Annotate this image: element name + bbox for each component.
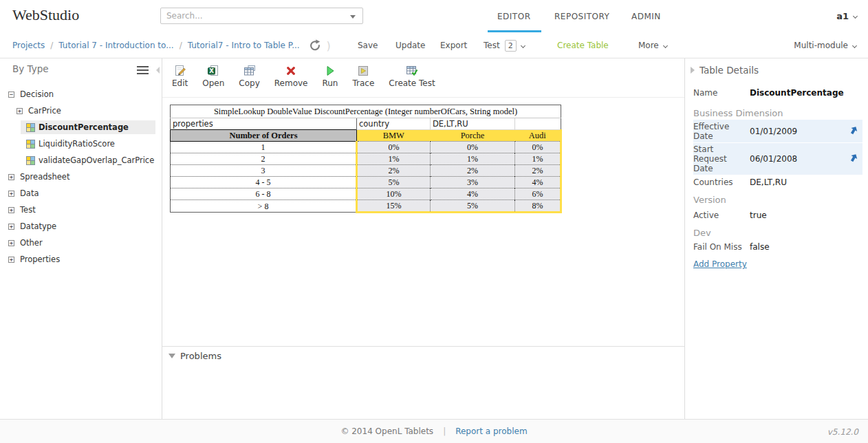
dt-property-value[interactable]: DE,LT,RU [431,118,515,130]
more-label: More [638,41,659,50]
details-property-value: DiscountPercentage [750,88,862,98]
collapse-box-icon[interactable]: − [8,91,14,98]
revert-arrow-icon[interactable] [850,126,859,137]
tree-item-liquidityratioscore[interactable]: LiquidityRatioScore [0,136,161,152]
tree-item-properties[interactable]: +Properties [0,251,161,268]
chevron-down-icon [663,43,668,47]
tree-item-test[interactable]: +Test [0,202,161,218]
copy-icon [243,65,256,77]
details-property-value[interactable]: 06/01/2008 [750,154,862,164]
edit-button[interactable]: Edit [172,65,188,88]
add-property-link[interactable]: Add Property [693,259,747,269]
dt-property-key[interactable]: country [357,118,431,130]
dt-orders-cell[interactable]: > 8 [171,200,357,213]
trace-button[interactable]: Trace [352,65,374,88]
report-problem-link[interactable]: Report a problem [455,426,527,436]
dt-value-cell[interactable]: 0% [357,142,431,153]
tree-item-data[interactable]: +Data [0,185,161,202]
dt-data-row: 6 - 810%4%6% [171,188,561,200]
dt-value-cell[interactable]: 15% [357,200,431,213]
tree-item-datatype[interactable]: +Datatype [0,218,161,235]
tree-item-discountpercentage[interactable]: DiscountPercentage [0,119,161,136]
save-button[interactable]: Save [358,33,378,58]
test-button[interactable]: Test 2 [484,33,525,58]
expand-box-icon[interactable]: + [8,174,14,180]
module-mode-dropdown[interactable]: Multi-module [794,33,856,58]
open-button[interactable]: XOpen [202,65,224,88]
dt-value-cell[interactable]: 0% [515,142,561,153]
dt-value-cell[interactable]: 5% [431,200,515,213]
breadcrumb-link[interactable]: Projects [12,41,45,50]
breadcrumb-link[interactable]: Tutorial 7 - Introduction to... [58,41,173,50]
tree-item-body: validateGapOverlap_CarPrice [21,153,160,167]
dt-value-cell[interactable]: 5% [357,177,431,188]
dt-value-cell[interactable]: 4% [431,188,515,200]
dt-value-cell[interactable]: 4% [515,177,561,188]
problems-header[interactable]: Problems [162,347,684,361]
tree-item-carprice[interactable]: +CarPrice [0,102,161,119]
tab-repository[interactable]: REPOSITORY [554,12,609,21]
copyright: © 2014 OpenL Tablets [340,426,433,436]
more-button[interactable]: More [638,33,667,58]
details-property-value[interactable]: 01/01/2009 [750,127,862,136]
dt-row-header[interactable]: Number of Orders [171,130,357,142]
expand-box-icon[interactable]: + [17,108,23,114]
revert-arrow-icon[interactable] [850,153,859,164]
expand-box-icon[interactable]: + [8,240,14,246]
dt-value-cell[interactable]: 10% [357,188,431,200]
tab-admin[interactable]: ADMIN [631,12,661,21]
tree-item-spreadsheet[interactable]: +Spreadsheet [0,169,161,185]
dt-col-header[interactable]: Audi [515,130,561,142]
createtest-button[interactable]: Create Test [389,65,435,88]
run-button[interactable]: Run [322,65,338,88]
dt-value-cell[interactable]: 1% [357,153,431,165]
tree-item-other[interactable]: +Other [0,235,161,251]
dt-value-cell[interactable]: 1% [431,153,515,165]
type-tree: −Decision+CarPriceDiscountPercentageLiqu… [0,86,161,268]
export-button[interactable]: Export [440,33,467,58]
tool-label: Edit [172,78,188,88]
dt-col-header[interactable]: BMW [357,130,431,142]
dt-property-empty[interactable] [515,118,561,130]
expand-box-icon[interactable]: + [8,191,14,197]
update-button[interactable]: Update [395,33,425,58]
refresh-icon[interactable] [309,39,321,52]
dt-value-cell[interactable]: 2% [357,165,431,177]
expand-box-icon[interactable]: + [8,224,14,230]
tree-item-label: CarPrice [28,106,61,116]
dt-orders-cell[interactable]: 4 - 5 [171,177,357,188]
dt-value-cell[interactable]: 0% [431,142,515,153]
dt-value-cell[interactable]: 2% [431,165,515,177]
breadcrumb-link[interactable]: Tutorial7 - Intro to Table P... [188,41,300,50]
decision-table[interactable]: SimpleLookup DoubleValue DiscountPercent… [170,105,562,213]
expand-box-icon[interactable]: + [8,207,14,213]
user-menu[interactable]: a1 [836,11,857,21]
tab-editor[interactable]: EDITOR [497,12,530,21]
table-details-header[interactable]: Table Details [691,65,759,76]
expand-box-icon[interactable]: + [8,257,14,263]
main-nav: EDITORREPOSITORYADMIN [0,0,868,33]
dt-value-cell[interactable]: 8% [515,200,561,213]
app-footer: © 2014 OpenL Tablets | Report a problem … [0,419,868,443]
dt-orders-cell[interactable]: 1 [171,142,357,153]
dt-orders-cell[interactable]: 3 [171,165,357,177]
tree-item-validategapoverlap_carprice[interactable]: validateGapOverlap_CarPrice [0,152,161,169]
dt-value-cell[interactable]: 3% [431,177,515,188]
sidebar-collapse-icon[interactable] [156,67,160,74]
tree-item-decision[interactable]: −Decision [0,86,161,102]
tool-label: Trace [352,78,374,88]
breadcrumb-separator: / [50,41,53,50]
dt-properties-label[interactable]: properties [171,118,357,130]
dt-value-cell[interactable]: 1% [515,153,561,165]
dt-title[interactable]: SimpleLookup DoubleValue DiscountPercent… [171,105,561,118]
details-property-label: Fail On Miss [693,242,750,252]
remove-button[interactable]: Remove [274,65,308,88]
menu-icon[interactable] [137,66,149,76]
dt-orders-cell[interactable]: 6 - 8 [171,188,357,200]
copy-button[interactable]: Copy [239,65,259,88]
create-table-button[interactable]: Create Table [557,33,609,58]
dt-value-cell[interactable]: 6% [515,188,561,200]
dt-col-header[interactable]: Porche [431,130,515,142]
dt-value-cell[interactable]: 2% [515,165,561,177]
dt-orders-cell[interactable]: 2 [171,153,357,165]
